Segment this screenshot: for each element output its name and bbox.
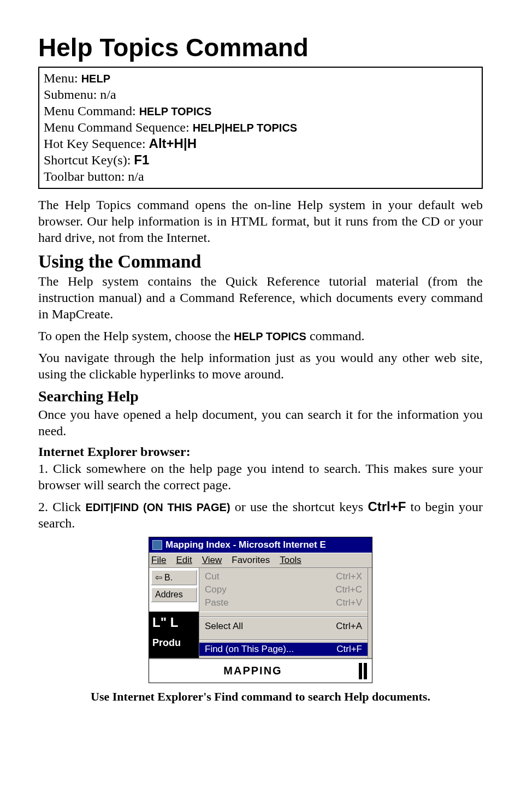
page-title: Help Topics Command (38, 33, 483, 62)
side-bars-icon (357, 660, 372, 683)
left-column: B. Addres (149, 568, 199, 612)
intro-paragraph: The Help Topics command opens the on-lin… (38, 197, 483, 246)
searching-para: Once you have opened a help document, yo… (38, 406, 483, 439)
find-label: Find (on This Page)... (205, 644, 294, 655)
selectall-shortcut: Ctrl+A (336, 621, 362, 632)
command-value: HELP TOPICS (139, 105, 212, 117)
step2-d: Ctrl+F (368, 499, 406, 514)
using-para-1: The Help system contains the Quick Refer… (38, 273, 483, 322)
logo-box: L" L (149, 612, 199, 635)
shortcut-row: Shortcut Key(s): F1 (44, 152, 477, 168)
right-edge-2 (368, 612, 372, 635)
step2-b: EDIT|FIND (ON THIS PAGE) (85, 501, 230, 513)
menu-favorites-label: Favorites (232, 555, 270, 565)
menu-view[interactable]: View (202, 555, 222, 566)
toolbar-row: Toolbar button: n/a (44, 168, 477, 185)
hotkey-label: Hot Key Sequence: (44, 137, 149, 151)
cut-shortcut: Ctrl+X (336, 571, 362, 582)
back-button[interactable]: B. (151, 570, 197, 585)
menu-copy: Copy Ctrl+C (205, 583, 362, 596)
shortcut-label: Shortcut Key(s): (44, 153, 134, 167)
mapping-row: MAPPING (149, 658, 372, 683)
hotkey-value: Alt+H|H (149, 136, 197, 151)
window-title: Mapping Index - Microsoft Internet E (165, 540, 326, 550)
toolbar-label: Toolbar button: (44, 169, 128, 183)
produ-box: Produ (149, 635, 199, 658)
step2-c: or use the shortcut keys (230, 500, 368, 514)
using-para-3: You navigate through the help informatio… (38, 349, 483, 382)
menu-select-all[interactable]: Select All Ctrl+A (205, 620, 362, 633)
step-1: 1. Click somewhere on the help page you … (38, 460, 483, 493)
screenshot-wrapper: Mapping Index - Microsoft Internet E Fil… (38, 537, 483, 683)
using-heading: Using the Command (38, 251, 483, 272)
submenu-label: Submenu: (44, 87, 100, 102)
address-label: Addres (151, 587, 197, 602)
selectall-label: Select All (205, 621, 243, 632)
using-para-2: To open the Help system, choose the HELP… (38, 328, 483, 344)
info-box: Menu: HELP Submenu: n/a Menu Command: HE… (38, 67, 483, 189)
menu-file[interactable]: File (151, 555, 166, 566)
hotkey-row: Hot Key Sequence: Alt+H|H (44, 135, 477, 152)
sequence-row: Menu Command Sequence: HELP|HELP TOPICS (44, 119, 477, 135)
find-shortcut: Ctrl+F (336, 644, 362, 655)
copy-shortcut: Ctrl+C (335, 584, 362, 595)
para3-a: To open the Help system, choose the (38, 329, 234, 343)
right-edge-3 (368, 635, 372, 658)
ie-window: Mapping Index - Microsoft Internet E Fil… (149, 537, 372, 683)
menu-label: Menu: (44, 71, 81, 85)
sequence-label: Menu Command Sequence: (44, 120, 193, 134)
produ-text: Produ (152, 637, 181, 648)
menu-separator-2 (199, 639, 368, 641)
menu-value: HELP (81, 73, 110, 85)
edit-dropdown-2: Select All Ctrl+A (199, 612, 368, 635)
screenshot-caption: Use Internet Explorer's Find command to … (38, 690, 483, 704)
cut-label: Cut (205, 571, 219, 582)
command-label: Menu Command: (44, 104, 139, 118)
menu-file-label: File (151, 555, 166, 565)
menu-find[interactable]: Find (on This Page)... Ctrl+F (199, 643, 368, 656)
back-label: B. (164, 573, 173, 583)
address-text: Addres (155, 590, 183, 600)
step2-a: 2. Click (38, 500, 85, 514)
para3-b: HELP TOPICS (234, 330, 306, 342)
menu-edit-label: Edit (176, 555, 192, 565)
menu-view-label: View (202, 555, 222, 565)
submenu-value: n/a (100, 87, 116, 102)
paste-shortcut: Ctrl+V (336, 597, 362, 608)
mapping-text: MAPPING (149, 659, 357, 683)
window-titlebar: Mapping Index - Microsoft Internet E (149, 537, 372, 553)
ie-heading: Internet Explorer browser: (38, 444, 483, 459)
menu-tools-label: Tools (280, 555, 301, 565)
shortcut-value: F1 (134, 152, 149, 167)
command-row: Menu Command: HELP TOPICS (44, 103, 477, 119)
copy-label: Copy (205, 584, 227, 595)
submenu-row: Submenu: n/a (44, 86, 477, 103)
ie-icon (152, 540, 162, 550)
para3-c: command. (306, 329, 365, 343)
menu-favorites[interactable]: Favorites (232, 555, 270, 566)
sequence-value: HELP|HELP TOPICS (193, 122, 298, 134)
menu-cut: Cut Ctrl+X (205, 570, 362, 583)
menu-paste: Paste Ctrl+V (205, 596, 362, 609)
logo-text: L" L (152, 615, 178, 630)
menu-row: Menu: HELP (44, 70, 477, 86)
menu-tools[interactable]: Tools (280, 555, 301, 566)
menu-separator-1 (199, 617, 368, 618)
step-2: 2. Click EDIT|FIND (ON THIS PAGE) or use… (38, 499, 483, 531)
searching-heading: Searching Help (38, 388, 483, 405)
right-edge (368, 568, 372, 612)
paste-label: Paste (205, 597, 228, 608)
edit-dropdown: Cut Ctrl+X Copy Ctrl+C Paste Ctrl+V (199, 568, 368, 612)
edit-dropdown-3: Find (on This Page)... Ctrl+F (199, 635, 368, 658)
toolbar-value: n/a (128, 169, 144, 183)
menubar: File Edit View Favorites Tools (149, 553, 372, 568)
menu-edit[interactable]: Edit (176, 555, 192, 566)
